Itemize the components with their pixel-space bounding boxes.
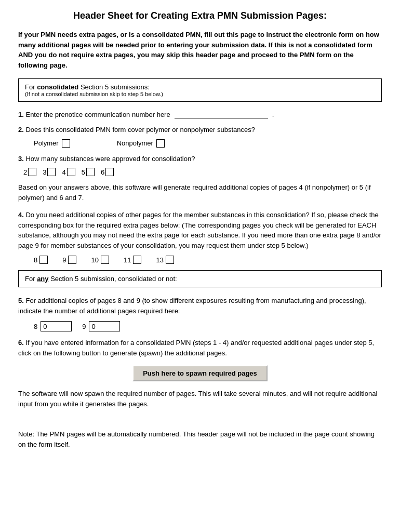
q5-label: 5. For additional copies of pages 8 and … [18, 296, 382, 316]
q2-label: 2. Does this consolidated PMN form cover… [18, 125, 382, 135]
question-6: 6. If you have entered information for a… [18, 338, 382, 381]
num-5-label: 5 [82, 168, 85, 176]
page-13-label: 13 [156, 256, 163, 264]
q4-page-checkboxes: 8 9 10 11 13 [34, 256, 382, 264]
page-11-label: 11 [124, 256, 131, 264]
num-4-checkbox[interactable] [67, 168, 75, 176]
step5-page9-item: 9 [82, 321, 120, 331]
q4-label: 4. Do you need additional copies of othe… [18, 210, 382, 250]
page-10-label: 10 [91, 256, 98, 264]
based-on-text: Based on your answers above, this softwa… [18, 182, 382, 203]
page-10-checkbox[interactable] [101, 256, 109, 264]
step5-page8-label: 8 [34, 323, 37, 330]
q6-label: 6. If you have entered information for a… [18, 338, 382, 358]
consolidated-box: For consolidated Section 5 submissions: … [18, 78, 382, 102]
num-cb-4: 4 [62, 168, 75, 176]
num-2-label: 2 [23, 168, 27, 176]
q1-label: 1. Enter the prenotice communication num… [18, 111, 170, 118]
spawn-button-container: Push here to spawn required pages [18, 365, 382, 381]
nonpolymer-label: Nonpolymer [117, 139, 153, 147]
num-cb-5: 5 [82, 168, 95, 176]
step5-page9-label: 9 [82, 323, 86, 330]
num-2-checkbox[interactable] [28, 168, 36, 176]
num-cb-3: 3 [43, 168, 56, 176]
page-cb-13: 13 [156, 256, 174, 264]
num-cb-6: 6 [101, 168, 114, 176]
page-11-checkbox[interactable] [133, 256, 141, 264]
question-5: 5. For additional copies of pages 8 and … [18, 296, 382, 331]
question-4: 4. Do you need additional copies of othe… [18, 210, 382, 264]
num-cb-2: 2 [23, 168, 36, 176]
q3-number-checkboxes: 2 3 4 5 6 [23, 168, 382, 176]
step5-page8-input[interactable] [41, 321, 72, 331]
q1-input[interactable] [175, 110, 268, 118]
polymer-checkbox-item: Polymer [34, 139, 70, 148]
num-6-checkbox[interactable] [105, 168, 114, 176]
num-3-label: 3 [43, 168, 46, 176]
q3-label: 3. How many substances were approved for… [18, 154, 382, 164]
question-1: 1. Enter the prenotice communication num… [18, 110, 382, 118]
page-cb-9: 9 [62, 256, 76, 264]
page-9-checkbox[interactable] [68, 256, 76, 264]
note-section: Note: The PMN pages will be automaticall… [18, 429, 382, 449]
page-13-checkbox[interactable] [166, 256, 174, 264]
page-title: Header Sheet for Creating Extra PMN Subm… [18, 10, 382, 21]
num-5-checkbox[interactable] [86, 168, 95, 176]
page-8-checkbox[interactable] [39, 256, 48, 264]
num-6-label: 6 [101, 168, 104, 176]
intro-text: If your PMN needs extra pages, or is a c… [18, 30, 382, 70]
spawn-button[interactable]: Push here to spawn required pages [132, 365, 268, 381]
polymer-label: Polymer [34, 139, 59, 147]
spawn-after-section: The software will now spawn the required… [18, 389, 382, 409]
spawn-after-text: The software will now spawn the required… [18, 389, 382, 409]
nonpolymer-checkbox-item: Nonpolymer [117, 139, 165, 148]
consolidated-box-title: For consolidated Section 5 submissions: [25, 83, 375, 91]
num-4-label: 4 [62, 168, 65, 176]
polymer-checkbox[interactable] [62, 139, 70, 148]
page-cb-8: 8 [34, 256, 48, 264]
step5-inputs: 8 9 [34, 321, 382, 331]
page-cb-10: 10 [91, 256, 109, 264]
any-box: For any Section 5 submission, consolidat… [18, 270, 382, 287]
question-2: 2. Does this consolidated PMN form cover… [18, 125, 382, 148]
note-text: Note: The PMN pages will be automaticall… [18, 429, 382, 449]
step5-page8-item: 8 [34, 321, 72, 331]
q2-checkbox-group: Polymer Nonpolymer [34, 139, 382, 148]
page-9-label: 9 [62, 256, 66, 264]
page-cb-11: 11 [124, 256, 141, 264]
question-3: 3. How many substances were approved for… [18, 154, 382, 177]
num-3-checkbox[interactable] [47, 168, 56, 176]
consolidated-box-subtitle: (If not a consolidated submission skip t… [25, 91, 375, 97]
based-on-paragraph: Based on your answers above, this softwa… [18, 182, 382, 203]
any-box-title: For any Section 5 submission, consolidat… [25, 275, 375, 283]
page-8-label: 8 [34, 256, 37, 264]
nonpolymer-checkbox[interactable] [156, 139, 165, 148]
step5-page9-input[interactable] [89, 321, 120, 331]
